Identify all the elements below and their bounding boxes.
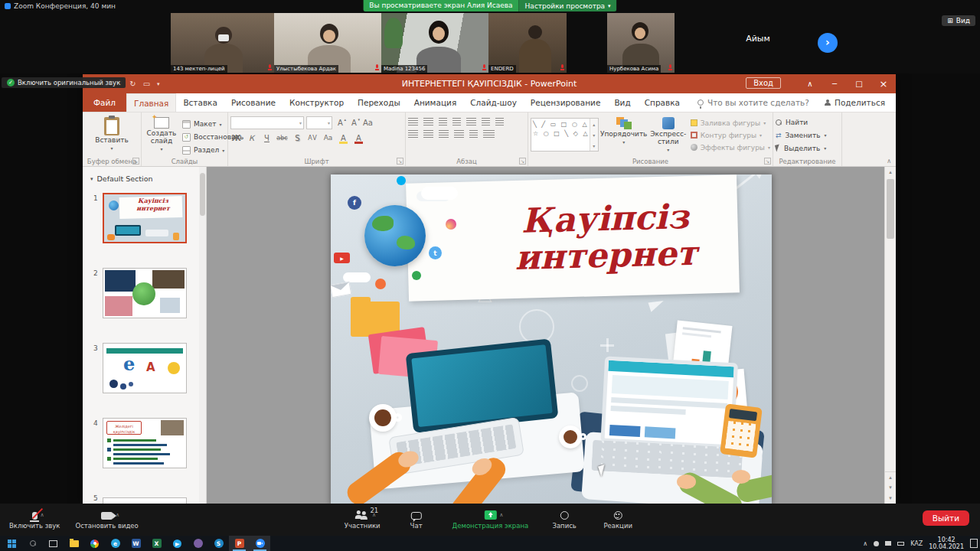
panel-scrollbar[interactable]: [199, 167, 206, 504]
shapes-scroll[interactable]: ▴ ▾ ▾: [590, 119, 598, 151]
slide-thumbnail-3[interactable]: е А: [103, 343, 187, 393]
zoom-taskbar-button[interactable]: [250, 536, 270, 551]
leave-meeting-button[interactable]: Выйти: [923, 510, 969, 526]
shrink-font-button[interactable]: А▾: [348, 117, 360, 129]
scroll-down-button[interactable]: ▾: [885, 493, 896, 504]
tab-review[interactable]: Рецензирование: [524, 93, 608, 112]
view-options-dropdown[interactable]: Настройки просмотра ▾: [519, 0, 617, 11]
tell-me-box[interactable]: Что вы хотите сделать?: [697, 93, 809, 112]
character-spacing-button[interactable]: AV: [307, 132, 318, 144]
mic-options-chevron[interactable]: ∧: [41, 512, 44, 518]
minimize-button[interactable]: ─: [822, 74, 847, 93]
panel-scrollbar-thumb[interactable]: [200, 173, 205, 216]
decrease-indent-button[interactable]: [439, 118, 447, 126]
numbering-button[interactable]: [423, 118, 433, 126]
increase-indent-button[interactable]: [452, 118, 461, 126]
columns-button[interactable]: [469, 130, 478, 138]
mute-button[interactable]: ∧ Включить звук: [9, 508, 60, 530]
qat-dropdown-icon[interactable]: ▾: [157, 81, 160, 87]
tray-expand-icon[interactable]: ∧: [863, 540, 867, 547]
next-participants-button[interactable]: ›: [818, 33, 838, 53]
participant-tile[interactable]: Улыстыбекова Ардак: [274, 13, 381, 73]
tab-home[interactable]: Главная: [126, 93, 176, 112]
scroll-up-icon[interactable]: ▴: [593, 122, 595, 127]
start-button[interactable]: [2, 536, 22, 551]
video-options-chevron[interactable]: ∧: [116, 512, 119, 518]
strikethrough-button[interactable]: abc: [276, 132, 288, 144]
task-view-button[interactable]: [43, 536, 64, 551]
scrollbar-thumb[interactable]: [887, 179, 894, 239]
view-mode-button[interactable]: ⊞ Вид: [942, 15, 975, 26]
tab-draw[interactable]: Рисование: [224, 93, 283, 112]
slideshow-icon[interactable]: ▭: [143, 80, 150, 88]
shapes-gallery[interactable]: ╲ ╱ ▭ □ ○ △ ▽ ◇ ☆ ○ □ ╲ ◇ △ ▭ ○ ▴ ▾ ▾: [531, 118, 599, 152]
font-size-combo[interactable]: ▾: [306, 116, 332, 129]
collapse-ribbon-button[interactable]: ∧: [887, 158, 891, 165]
underline-button[interactable]: Ч: [261, 132, 273, 144]
slide-thumbnail-2[interactable]: [103, 268, 187, 318]
participant-tile[interactable]: 143 мектеп-лицей: [171, 13, 274, 73]
slide-canvas[interactable]: △ Қауіпсіз интернет: [331, 174, 772, 504]
chat-button[interactable]: Чат: [399, 508, 434, 530]
participants-chevron[interactable]: ∧: [372, 512, 376, 518]
select-button[interactable]: Выделить ▾: [776, 142, 839, 155]
share-button[interactable]: Поделиться: [813, 93, 896, 112]
participant-name-only[interactable]: Айым: [712, 34, 804, 44]
word-button[interactable]: W: [126, 536, 146, 551]
more-shapes-icon[interactable]: ▾: [593, 143, 595, 148]
shapes-row[interactable]: ☆ ○ □ ╲ ◇ △ ▭ ○: [531, 128, 598, 137]
participants-button[interactable]: 21∧ Участники: [345, 508, 381, 530]
smartart-convert-button[interactable]: [483, 130, 495, 138]
browser-button[interactable]: [84, 536, 105, 551]
drawing-dialog-launcher[interactable]: ↘: [764, 158, 771, 165]
share-screen-button[interactable]: ∧ Демонстрация экрана: [452, 508, 529, 530]
tab-design[interactable]: Конструктор: [283, 93, 351, 112]
reactions-button[interactable]: Реакции: [600, 508, 635, 530]
shapes-row[interactable]: ╲ ╱ ▭ □ ○ △ ▽ ◇: [531, 119, 598, 128]
tab-animations[interactable]: Анимация: [407, 93, 464, 112]
share-chevron[interactable]: ∧: [499, 512, 503, 518]
tab-help[interactable]: Справка: [638, 93, 687, 112]
quick-styles-button[interactable]: Экспресс-стили ▾: [649, 115, 688, 156]
telegram-button[interactable]: [167, 536, 188, 551]
tab-view[interactable]: Вид: [607, 93, 637, 112]
edge-button[interactable]: e: [105, 536, 126, 551]
original-sound-button[interactable]: ✓ Включить оригинальный звук: [2, 77, 126, 88]
find-button[interactable]: Найти: [776, 116, 839, 129]
text-direction-button[interactable]: [482, 118, 490, 126]
line-spacing-button[interactable]: [466, 118, 476, 126]
participant-tile[interactable]: Madina 123456: [381, 13, 488, 73]
sign-in-button[interactable]: Вход: [746, 77, 781, 89]
new-slide-button[interactable]: ✦ Создать слайд ▾: [144, 115, 179, 156]
action-center-icon[interactable]: [970, 539, 978, 548]
clipboard-dialog-launcher[interactable]: ↘: [132, 158, 139, 165]
stop-video-button[interactable]: ∧ Остановить видео: [75, 508, 138, 530]
tab-transitions[interactable]: Переходы: [351, 93, 407, 112]
font-color-button[interactable]: А: [353, 132, 364, 144]
font-name-combo[interactable]: ▾: [230, 116, 304, 129]
shape-fill-button[interactable]: Заливка фигуры ▾: [691, 117, 770, 129]
scroll-down-icon[interactable]: ▾: [593, 132, 595, 138]
editor-scrollbar[interactable]: ▴ ▴ ▾ ▾: [884, 167, 896, 504]
shape-outline-button[interactable]: Контур фигуры ▾: [691, 129, 770, 141]
skype-button[interactable]: S: [208, 536, 229, 551]
language-indicator[interactable]: KAZ: [910, 540, 923, 547]
change-case-button[interactable]: Aa: [322, 132, 334, 144]
arrange-button[interactable]: Упорядочить ▾: [602, 115, 646, 156]
paragraph-dialog-launcher[interactable]: ↘: [519, 158, 526, 165]
slide-thumbnail-5[interactable]: [103, 497, 187, 504]
tray-icon[interactable]: [874, 541, 879, 546]
section-header[interactable]: ▾ Default Section: [83, 167, 206, 183]
taskbar-clock[interactable]: 10:42 10.04.2021: [929, 536, 964, 551]
clear-formatting-button[interactable]: Аа: [362, 117, 374, 129]
file-explorer-button[interactable]: [64, 536, 84, 551]
previous-slide-button[interactable]: ▴: [885, 471, 896, 482]
italic-button[interactable]: К: [246, 132, 257, 144]
slide-thumbnail-4[interactable]: Желідегі қауіпсіздік: [103, 418, 187, 468]
excel-button[interactable]: X: [146, 536, 167, 551]
participant-tile[interactable]: Нурбекова Асима: [607, 13, 675, 73]
align-text-button[interactable]: [495, 118, 504, 126]
grow-font-button[interactable]: А▴: [335, 117, 346, 129]
replace-button[interactable]: ⇄ Заменить ▾: [776, 129, 839, 142]
maximize-button[interactable]: □: [847, 74, 871, 93]
